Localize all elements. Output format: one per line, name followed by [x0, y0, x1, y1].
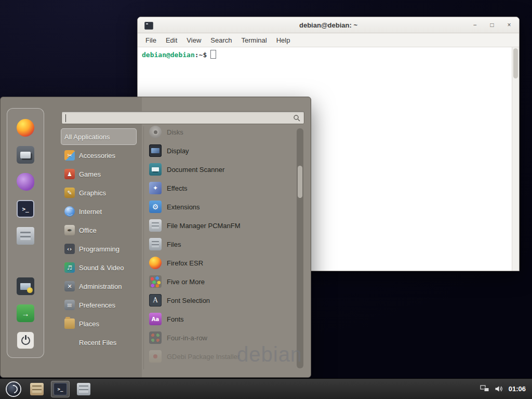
menu-divider	[143, 126, 144, 369]
prompt-user-host: debian@debian	[142, 51, 195, 59]
category-label: Places	[79, 320, 99, 328]
close-button[interactable]: ×	[504, 22, 514, 28]
app-label: Five or More	[167, 278, 205, 286]
preferences-icon	[64, 300, 75, 310]
taskbar-items	[4, 381, 93, 397]
taskbar-file-manager-button[interactable]	[28, 381, 46, 397]
category-label: Accessories	[79, 152, 115, 159]
category-office[interactable]: Office	[61, 222, 137, 238]
log-out-button[interactable]	[17, 304, 34, 322]
category-games[interactable]: Games	[61, 166, 137, 182]
app-display[interactable]: Display	[149, 142, 296, 159]
app-label: Firefox ESR	[167, 259, 203, 267]
category-label: All Applications	[64, 133, 110, 141]
category-all-applications[interactable]: All Applications	[61, 128, 137, 145]
app-extensions[interactable]: Extensions	[149, 198, 296, 215]
file-manager-icon	[30, 383, 44, 395]
favorite-file-manager-button[interactable]	[17, 227, 34, 245]
app-file-manager-pcmanfm[interactable]: File Manager PCManFM	[149, 217, 296, 234]
terminal-menu-search[interactable]: Search	[206, 35, 236, 46]
terminal-menu-terminal[interactable]: Terminal	[237, 35, 272, 46]
terminal-menu-file[interactable]: File	[141, 35, 161, 46]
taskbar-terminal-button[interactable]	[51, 381, 70, 397]
category-label: Sound & Video	[79, 264, 124, 272]
favorite-terminal-button[interactable]	[17, 200, 34, 218]
terminal-titlebar[interactable]: debian@debian: ~ − □ ×	[138, 17, 519, 33]
terminal-scrollbar[interactable]	[512, 47, 519, 271]
terminal-menu-help[interactable]: Help	[272, 35, 295, 46]
search-box[interactable]	[61, 111, 304, 124]
taskbar-menu-button[interactable]	[4, 381, 23, 397]
favorites-panel	[7, 108, 44, 358]
gdebi-icon	[149, 350, 162, 363]
maximize-button[interactable]: □	[487, 22, 497, 28]
category-graphics[interactable]: Graphics	[61, 184, 137, 201]
search-input[interactable]	[62, 114, 293, 122]
taskbar-files-button[interactable]	[74, 381, 93, 397]
places-icon	[64, 318, 75, 329]
category-label: Games	[79, 170, 101, 178]
category-label: Administration	[79, 283, 122, 290]
app-four-in-a-row[interactable]: Four-in-a-row	[149, 329, 296, 346]
app-document-scanner[interactable]: Document Scanner	[149, 161, 296, 178]
system-tray: 01:06	[480, 385, 528, 393]
favorite-software-button[interactable]	[17, 146, 34, 164]
app-gdebi-package-installer[interactable]: GDebi Package Installer	[149, 348, 296, 365]
display-icon	[149, 144, 162, 157]
category-recent-files[interactable]: Recent Files	[61, 334, 137, 351]
text-caret	[65, 114, 66, 122]
administration-icon	[64, 281, 75, 291]
app-font-selection[interactable]: Font Selection	[149, 292, 296, 309]
app-label: Fonts	[167, 315, 184, 323]
network-icon[interactable]	[480, 385, 489, 393]
category-preferences[interactable]: Preferences	[61, 297, 137, 313]
favorite-pidgin-button[interactable]	[17, 173, 34, 191]
prompt-path: :~$	[195, 51, 207, 59]
terminal-menubar: FileEditViewSearchTerminalHelp	[138, 33, 519, 47]
category-label: Preferences	[79, 301, 115, 309]
lock-screen-button[interactable]	[17, 277, 34, 295]
app-effects[interactable]: Effects	[149, 180, 296, 196]
category-label: Internet	[79, 208, 102, 216]
menu-scrollbar-thumb[interactable]	[298, 166, 302, 198]
document-scanner-icon	[149, 163, 162, 176]
app-five-or-more[interactable]: Five or More	[149, 273, 296, 290]
terminal-menu-view[interactable]: View	[182, 35, 206, 46]
app-label: Four-in-a-row	[167, 334, 207, 342]
category-label: Recent Files	[79, 339, 116, 347]
shutdown-button[interactable]	[17, 331, 34, 349]
clock[interactable]: 01:06	[509, 385, 526, 393]
category-accessories[interactable]: Accessories	[61, 147, 137, 164]
app-label: Display	[167, 147, 189, 155]
games-icon	[64, 169, 75, 179]
programming-icon	[64, 244, 75, 254]
menu-scrollbar[interactable]	[297, 128, 303, 368]
app-firefox-esr[interactable]: Firefox ESR	[149, 255, 296, 271]
favorite-firefox-button[interactable]	[17, 119, 34, 137]
sound-video-icon	[64, 262, 75, 273]
font-selection-icon	[149, 294, 162, 307]
category-places[interactable]: Places	[61, 315, 137, 332]
terminal-menu-edit[interactable]: Edit	[161, 35, 182, 46]
category-sound-video[interactable]: Sound & Video	[61, 259, 137, 276]
terminal-title: debian@debian: ~	[138, 17, 519, 33]
five-or-more-icon	[149, 275, 162, 288]
minimize-button[interactable]: −	[470, 22, 480, 28]
effects-icon	[149, 182, 162, 194]
category-label: Programming	[79, 245, 119, 253]
window-controls: − □ ×	[470, 17, 514, 33]
app-label: Font Selection	[167, 297, 210, 304]
category-internet[interactable]: Internet	[61, 203, 137, 220]
file-manager-icon	[149, 219, 162, 232]
volume-icon[interactable]	[495, 385, 503, 393]
office-icon	[64, 225, 75, 235]
category-administration[interactable]: Administration	[61, 278, 137, 295]
app-fonts[interactable]: Fonts	[149, 311, 296, 327]
terminal-scrollbar-thumb[interactable]	[513, 48, 518, 78]
category-programming[interactable]: Programming	[61, 241, 137, 257]
app-files[interactable]: Files	[149, 236, 296, 252]
four-in-a-row-icon	[149, 331, 162, 344]
app-disks[interactable]: Disks	[149, 124, 296, 140]
extensions-icon	[149, 201, 162, 213]
app-label: Disks	[167, 128, 183, 136]
